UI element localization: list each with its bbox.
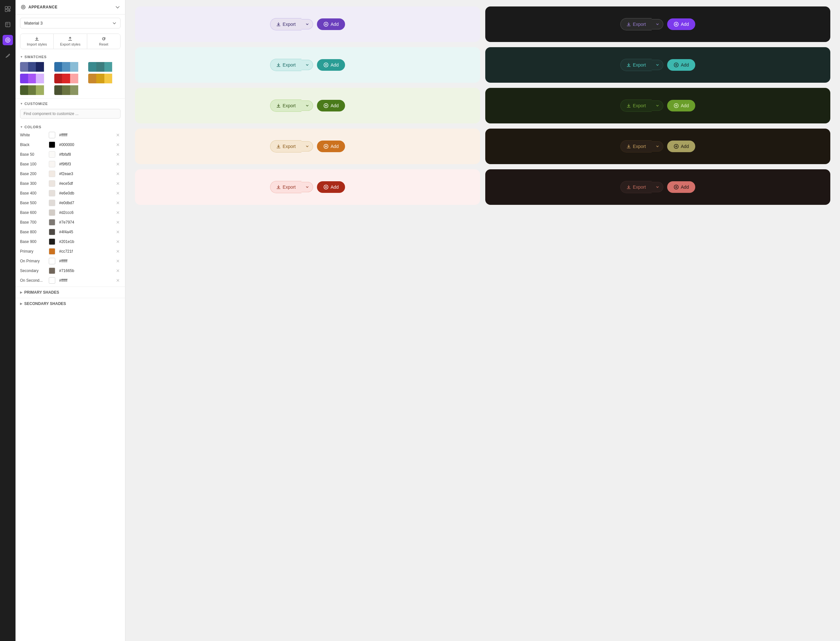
color-value-input-4[interactable] <box>58 171 113 177</box>
color-remove-8[interactable]: ✕ <box>115 210 121 215</box>
color-remove-5[interactable]: ✕ <box>115 181 121 186</box>
export-button-light-3[interactable]: Export <box>270 140 301 153</box>
color-remove-15[interactable]: ✕ <box>115 278 121 283</box>
color-remove-3[interactable]: ✕ <box>115 161 121 167</box>
add-button-dark-3[interactable]: Add <box>667 140 695 152</box>
swatch-7[interactable] <box>20 85 52 95</box>
add-button-light-3[interactable]: Add <box>317 140 345 152</box>
export-button-dark-2[interactable]: Export <box>620 100 652 112</box>
color-swatch-6[interactable] <box>49 190 55 196</box>
color-value-input-11[interactable] <box>58 239 113 245</box>
primary-shades-section[interactable]: ▶ PRIMARY SHADES <box>16 287 125 298</box>
color-value-input-10[interactable] <box>58 229 113 235</box>
search-input[interactable] <box>20 109 121 119</box>
nav-brush-icon[interactable] <box>3 35 13 45</box>
color-remove-7[interactable]: ✕ <box>115 200 121 206</box>
add-button-dark-1[interactable]: Add <box>667 59 695 71</box>
color-remove-11[interactable]: ✕ <box>115 239 121 244</box>
secondary-shades-section[interactable]: ▶ SECONDARY SHADES <box>16 298 125 309</box>
export-button-dark-0[interactable]: Export <box>620 18 652 31</box>
export-button-light-2[interactable]: Export <box>270 100 301 112</box>
add-button-light-2[interactable]: Add <box>317 100 345 111</box>
export-dropdown-light-3[interactable] <box>301 141 313 151</box>
color-remove-4[interactable]: ✕ <box>115 171 121 176</box>
color-remove-12[interactable]: ✕ <box>115 249 121 254</box>
swatch-6[interactable] <box>88 74 121 83</box>
color-remove-6[interactable]: ✕ <box>115 191 121 196</box>
export-dropdown-light-0[interactable] <box>301 19 313 29</box>
color-value-input-7[interactable] <box>58 200 113 206</box>
add-button-light-1[interactable]: Add <box>317 59 345 71</box>
export-dropdown-light-2[interactable] <box>301 100 313 111</box>
color-swatch-8[interactable] <box>49 209 55 216</box>
color-value-input-3[interactable] <box>58 161 113 167</box>
export-button-light-4[interactable]: Export <box>270 181 301 193</box>
swatch-5[interactable] <box>54 74 87 83</box>
color-swatch-9[interactable] <box>49 219 55 225</box>
swatch-3[interactable] <box>88 62 121 72</box>
nav-layers-icon[interactable] <box>3 19 13 30</box>
color-swatch-1[interactable] <box>49 142 55 148</box>
color-value-input-5[interactable] <box>58 180 113 187</box>
color-swatch-11[interactable] <box>49 238 55 245</box>
color-remove-14[interactable]: ✕ <box>115 268 121 273</box>
nav-pen-icon[interactable] <box>3 50 13 61</box>
color-swatch-2[interactable] <box>49 151 55 158</box>
export-dropdown-dark-1[interactable] <box>652 60 663 70</box>
add-button-dark-0[interactable]: Add <box>667 18 695 30</box>
swatch-8[interactable] <box>54 85 87 95</box>
export-button-dark-1[interactable]: Export <box>620 59 652 71</box>
color-value-input-2[interactable] <box>58 151 113 157</box>
export-dropdown-light-1[interactable] <box>301 60 313 70</box>
color-swatch-4[interactable] <box>49 171 55 177</box>
color-swatch-13[interactable] <box>49 258 55 264</box>
colors-section-label[interactable]: ▼ COLORS <box>16 122 125 130</box>
export-button-light-0[interactable]: Export <box>270 18 301 31</box>
color-swatch-3[interactable] <box>49 161 55 167</box>
add-button-light-4[interactable]: Add <box>317 181 345 193</box>
color-value-input-15[interactable] <box>58 277 113 283</box>
export-dropdown-dark-2[interactable] <box>652 100 663 111</box>
color-swatch-0[interactable] <box>49 132 55 138</box>
color-value-input-13[interactable] <box>58 258 113 264</box>
collapse-icon[interactable] <box>115 5 120 10</box>
color-swatch-15[interactable] <box>49 277 55 283</box>
color-value-input-0[interactable] <box>58 132 113 138</box>
color-value-input-14[interactable] <box>58 268 113 274</box>
theme-select[interactable]: Material 3 <box>20 18 121 29</box>
color-remove-10[interactable]: ✕ <box>115 229 121 235</box>
export-dropdown-dark-4[interactable] <box>652 182 663 192</box>
color-value-input-9[interactable] <box>58 219 113 225</box>
export-dropdown-dark-3[interactable] <box>652 141 663 151</box>
export-button-dark-3[interactable]: Export <box>620 140 652 153</box>
color-remove-0[interactable]: ✕ <box>115 132 121 138</box>
export-dropdown-dark-0[interactable] <box>652 19 663 29</box>
color-swatch-14[interactable] <box>49 267 55 274</box>
swatch-2[interactable] <box>54 62 87 72</box>
add-button-dark-4[interactable]: Add <box>667 181 695 193</box>
color-swatch-7[interactable] <box>49 200 55 206</box>
export-styles-button[interactable]: Export styles <box>54 34 87 49</box>
color-value-input-12[interactable] <box>58 248 113 254</box>
export-button-dark-4[interactable]: Export <box>620 181 652 193</box>
swatch-4[interactable] <box>20 74 52 83</box>
swatches-section-label[interactable]: ▼ SWATCHES <box>16 52 125 60</box>
add-button-dark-2[interactable]: Add <box>667 100 695 111</box>
color-remove-2[interactable]: ✕ <box>115 152 121 157</box>
color-remove-1[interactable]: ✕ <box>115 142 121 147</box>
swatch-1[interactable] <box>20 62 52 72</box>
export-dropdown-light-4[interactable] <box>301 182 313 192</box>
color-swatch-10[interactable] <box>49 229 55 235</box>
color-remove-9[interactable]: ✕ <box>115 220 121 225</box>
color-value-input-8[interactable] <box>58 210 113 216</box>
color-swatch-5[interactable] <box>49 180 55 187</box>
reset-button[interactable]: Reset <box>87 34 120 49</box>
import-styles-button[interactable]: Import styles <box>20 34 54 49</box>
color-value-input-6[interactable] <box>58 190 113 196</box>
export-button-light-1[interactable]: Export <box>270 59 301 71</box>
nav-grid-icon[interactable] <box>3 4 13 14</box>
customize-section-label[interactable]: ▼ CUSTOMIZE <box>16 98 125 107</box>
color-remove-13[interactable]: ✕ <box>115 258 121 264</box>
add-button-light-0[interactable]: Add <box>317 18 345 30</box>
color-swatch-12[interactable] <box>49 248 55 254</box>
